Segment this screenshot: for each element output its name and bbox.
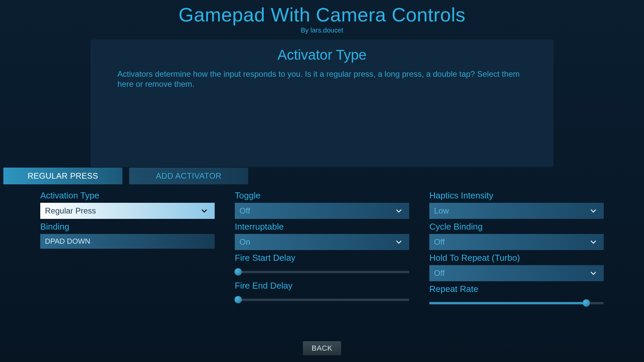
slider-track — [429, 302, 604, 304]
dropdown-value: Off — [434, 237, 445, 247]
byline: By lars.doucet — [0, 26, 644, 34]
settings-col-1: Activation Type Regular Press Binding DP… — [40, 188, 215, 309]
info-panel: Activator Type Activators determine how … — [91, 40, 553, 167]
slider-fill — [429, 302, 586, 304]
dropdown-toggle[interactable]: Off — [235, 203, 409, 219]
label-repeat-rate: Repeat Rate — [429, 284, 604, 294]
label-fire-end-delay: Fire End Delay — [235, 281, 409, 291]
slider-fire-end-delay[interactable] — [235, 294, 409, 306]
binding-field[interactable]: DPAD DOWN — [40, 234, 215, 249]
page-title: Gamepad With Camera Controls — [0, 3, 644, 26]
slider-fire-start-delay[interactable] — [235, 266, 409, 278]
settings-col-2: Toggle Off Interruptable On Fire Start D… — [235, 188, 409, 309]
chevron-down-icon — [590, 271, 596, 275]
header: Gamepad With Camera Controls By lars.dou… — [0, 0, 644, 34]
info-description: Activators determine how the input respo… — [117, 69, 527, 89]
slider-thumb[interactable] — [583, 299, 590, 307]
dropdown-value: Regular Press — [45, 206, 96, 216]
tab-regular-press[interactable]: REGULAR PRESS — [3, 168, 122, 184]
tab-row: REGULAR PRESS ADD ACTIVATOR — [0, 168, 644, 184]
settings-grid: Activation Type Regular Press Binding DP… — [0, 184, 644, 309]
dropdown-haptics-intensity[interactable]: Low — [429, 203, 604, 219]
slider-thumb[interactable] — [234, 296, 242, 303]
slider-track — [235, 271, 409, 273]
label-fire-start-delay: Fire Start Delay — [235, 253, 409, 263]
dropdown-activation-type[interactable]: Regular Press — [40, 203, 215, 219]
dropdown-hold-to-repeat[interactable]: Off — [429, 265, 604, 281]
chevron-down-icon — [590, 209, 596, 213]
label-toggle: Toggle — [235, 190, 409, 201]
chevron-down-icon — [201, 209, 207, 213]
dropdown-value: Off — [434, 268, 445, 278]
dropdown-cycle-binding[interactable]: Off — [429, 234, 604, 250]
label-hold-to-repeat: Hold To Repeat (Turbo) — [429, 253, 604, 263]
back-button[interactable]: BACK — [303, 341, 341, 355]
binding-value: DPAD DOWN — [45, 237, 90, 246]
label-activation-type: Activation Type — [40, 190, 215, 201]
label-haptics-intensity: Haptics Intensity — [429, 190, 604, 201]
dropdown-value: Low — [434, 206, 449, 216]
slider-repeat-rate[interactable] — [429, 297, 604, 309]
chevron-down-icon — [590, 240, 596, 244]
label-interruptable: Interruptable — [235, 222, 409, 232]
info-heading: Activator Type — [117, 47, 527, 63]
label-binding: Binding — [40, 222, 215, 232]
slider-track — [235, 299, 409, 301]
dropdown-value: On — [239, 237, 250, 247]
chevron-down-icon — [396, 240, 402, 244]
dropdown-value: Off — [239, 206, 250, 216]
tab-add-activator[interactable]: ADD ACTIVATOR — [129, 168, 248, 184]
settings-col-3: Haptics Intensity Low Cycle Binding Off … — [429, 188, 604, 309]
label-cycle-binding: Cycle Binding — [429, 222, 604, 232]
bottom-bar: BACK — [0, 341, 644, 355]
chevron-down-icon — [396, 209, 402, 213]
dropdown-interruptable[interactable]: On — [235, 234, 409, 250]
slider-thumb[interactable] — [234, 268, 242, 276]
